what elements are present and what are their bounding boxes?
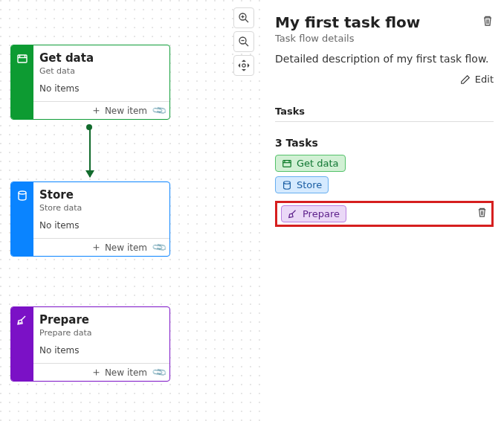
attachment-icon[interactable]: 📎 <box>151 103 167 119</box>
broom-icon <box>288 209 298 219</box>
chip-label: Store <box>297 179 322 190</box>
window-icon <box>282 158 292 169</box>
pan-button[interactable] <box>233 55 254 76</box>
zoom-out-button[interactable] <box>233 31 254 52</box>
new-item-button[interactable]: ＋ New item <box>91 105 147 116</box>
flow-canvas[interactable]: Get data Get data No items ＋ New item 📎 … <box>0 0 260 421</box>
edit-label: Edit <box>475 74 494 85</box>
new-item-button[interactable]: ＋ New item <box>91 242 147 253</box>
panel-description: Detailed description of my first task fl… <box>275 53 494 65</box>
new-item-button[interactable]: ＋ New item <box>91 367 147 378</box>
svg-point-22 <box>284 181 291 184</box>
broom-icon <box>16 315 28 327</box>
node-no-items: No items <box>39 220 162 231</box>
node-title: Prepare <box>39 313 162 327</box>
plus-icon: ＋ <box>91 367 102 378</box>
cylinder-icon <box>16 190 28 202</box>
chip-label: Prepare <box>303 208 340 219</box>
task-chip-list: Get data Store Prepare <box>275 155 494 227</box>
svg-rect-8 <box>18 55 27 62</box>
flow-node-store[interactable]: Store Store data No items ＋ New item 📎 <box>10 181 170 257</box>
zoom-out-icon <box>238 36 250 48</box>
pan-icon <box>238 60 250 71</box>
svg-point-7 <box>242 64 245 67</box>
panel-title: My first task flow <box>275 13 420 31</box>
flow-node-prepare[interactable]: Prepare Prepare data No items ＋ New item… <box>10 306 170 382</box>
node-title: Get data <box>39 51 162 65</box>
delete-flow-button[interactable] <box>482 15 494 30</box>
svg-line-14 <box>19 322 19 324</box>
svg-line-1 <box>245 19 248 22</box>
plus-icon: ＋ <box>91 242 102 253</box>
node-color-strip <box>11 45 33 119</box>
task-chip-get-data[interactable]: Get data <box>275 155 346 172</box>
node-no-items: No items <box>39 345 162 356</box>
node-color-strip <box>11 307 33 381</box>
svg-line-23 <box>292 210 295 213</box>
panel-subtitle: Task flow details <box>275 33 494 44</box>
trash-icon <box>482 15 494 27</box>
new-item-label: New item <box>105 367 147 378</box>
plus-icon: ＋ <box>91 105 102 116</box>
task-chip-store[interactable]: Store <box>275 176 329 193</box>
window-icon <box>16 53 28 65</box>
tasks-section-title: Tasks <box>275 106 494 117</box>
flow-connector <box>89 128 91 177</box>
node-title: Store <box>39 188 162 202</box>
zoom-controls <box>233 7 254 76</box>
selected-task-row: Prepare <box>275 201 494 227</box>
node-color-strip <box>11 182 33 256</box>
divider <box>275 121 494 122</box>
attachment-icon[interactable]: 📎 <box>151 364 167 381</box>
attachment-icon[interactable]: 📎 <box>151 240 167 256</box>
edit-button[interactable]: Edit <box>460 74 494 85</box>
node-subtitle: Get data <box>39 66 162 76</box>
svg-point-12 <box>19 191 26 194</box>
new-item-label: New item <box>105 106 147 116</box>
svg-line-5 <box>245 43 248 46</box>
trash-icon <box>476 207 488 218</box>
chip-label: Get data <box>297 158 339 169</box>
zoom-in-icon <box>238 12 250 24</box>
svg-line-15 <box>21 322 22 324</box>
new-item-label: New item <box>105 242 147 253</box>
task-count: 3 Tasks <box>275 137 494 149</box>
flow-node-get-data[interactable]: Get data Get data No items ＋ New item 📎 <box>10 45 170 120</box>
zoom-in-button[interactable] <box>233 7 254 28</box>
svg-line-13 <box>22 316 25 320</box>
node-no-items: No items <box>39 83 162 94</box>
node-subtitle: Prepare data <box>39 328 162 338</box>
node-subtitle: Store data <box>39 203 162 213</box>
task-chip-prepare[interactable]: Prepare <box>281 205 346 222</box>
details-panel: My first task flow Task flow details Det… <box>260 0 504 421</box>
pencil-icon <box>460 74 471 85</box>
cylinder-icon <box>282 180 292 190</box>
delete-task-button[interactable] <box>476 207 488 221</box>
